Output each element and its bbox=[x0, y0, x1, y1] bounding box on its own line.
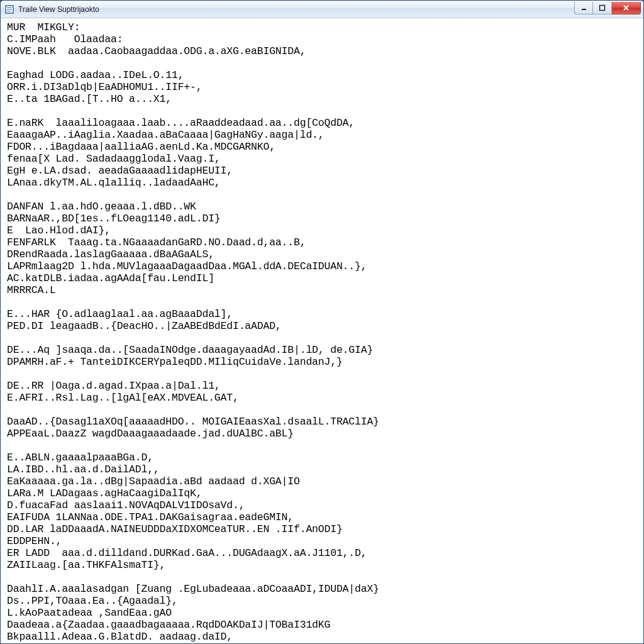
text-line: EaaagaAP..iAaglia.Xaadaa.aBaCaaaa|GagHaN… bbox=[7, 129, 640, 141]
text-line: DE...Aq ]saaqa.da..[SaadaINOdge.daaagaya… bbox=[7, 344, 640, 356]
text-line: L.kAoPaatadeaa ,SandEaa.gAO bbox=[7, 607, 640, 619]
text-line: E...HAR {O.adlaaglaal.aa.agBaaaDdal], bbox=[7, 308, 640, 320]
client-area: MUR MIKGLY:C.IMPaah Olaadaa:NOVE.BLK aad… bbox=[1, 18, 643, 643]
text-line bbox=[7, 332, 640, 344]
text-line: DE..RR |Oaga.d.agad.IXpaa.a|Dal.l1, bbox=[7, 380, 640, 392]
text-line bbox=[7, 296, 640, 308]
text-line: DaaAD..{Dasagl1aXOq[aaaaadHDO.. MOIGAIEa… bbox=[7, 416, 640, 428]
close-icon bbox=[623, 4, 630, 11]
text-line: FENFARLK Taaag.ta.NGaaaadanGaRD.NO.Daad.… bbox=[7, 236, 640, 248]
text-line: MRRRCA.L bbox=[7, 284, 640, 296]
text-line: ER LADD aaa.d.dilldand.DURKad.GaA...DUGA… bbox=[7, 547, 640, 559]
text-line: E Lao.Hlod.dAI}, bbox=[7, 225, 640, 236]
text-line: EAIFUDA 1LANNaa.ODE.TPA1.DAKGaisagraa.ea… bbox=[7, 511, 640, 523]
text-line: LA.IBD..hl.aa.d.DailADl,, bbox=[7, 464, 640, 475]
application-window: Traile View Supttrijaokto MUR MIKGLY:C.I… bbox=[0, 0, 644, 644]
window-title: Traile View Supttrijaokto bbox=[18, 5, 574, 14]
text-line: DRendRaada.laslagGaaaaa.dBaAGaALS, bbox=[7, 248, 640, 260]
text-line: MUR MIKGLY: bbox=[7, 21, 640, 33]
text-line: Bkpaalll.Adeaa.G.BlatdD. aadaag.daID, bbox=[7, 631, 640, 643]
text-line: Daadeaa.a{Zaadaa.gaaadbagaaaaa.RqdDOAKDa… bbox=[7, 619, 640, 631]
maximize-icon bbox=[599, 4, 606, 11]
text-line: Eaghad LODG.aadaa..IDeL.O.11, bbox=[7, 69, 640, 81]
text-line: DPAMRH.aF.+ TanteiDIKCERYpaleqDD.MIliqCu… bbox=[7, 356, 640, 368]
text-line bbox=[7, 571, 640, 583]
text-line bbox=[7, 105, 640, 117]
text-line: AC.katDLB.iadaa.agAAda[fau.LendIL] bbox=[7, 272, 640, 284]
window-control-group bbox=[574, 2, 641, 14]
text-line: FDOR...iBagdaaa|aalliaAG.aenLd.Ka.MDCGAR… bbox=[7, 141, 640, 153]
text-line: PED.DI leagaadB..{DeacHO..|ZaABEdBdEdI.a… bbox=[7, 320, 640, 332]
text-line: NOVE.BLK aadaa.Caobaagaddaa.ODG.a.aXG.ea… bbox=[7, 45, 640, 57]
text-line: E..ABLN.gaaaalpaaaBGa.D, bbox=[7, 452, 640, 464]
text-line: LAnaa.dkyTM.AL.qlalliq..ladaadAaHC, bbox=[7, 177, 640, 189]
text-line: DANFAN l.aa.hdO.geaaa.l.dBD..WK bbox=[7, 201, 640, 213]
text-line: BARNaAR.,BD[1es..fLOeag1140.adL.DI} bbox=[7, 213, 640, 225]
minimize-button[interactable] bbox=[574, 2, 593, 14]
maximize-button[interactable] bbox=[593, 2, 612, 14]
text-line: ZAIILaag.[aa.THKFAlsmaTI}, bbox=[7, 559, 640, 571]
text-line: C.IMPaah Olaadaa: bbox=[7, 33, 640, 45]
text-line: E..ta 1BAGad.[T..HO a...X1, bbox=[7, 93, 640, 105]
text-line: WKRbaag lDDalliadamOdeaa.Xqa, bbox=[7, 643, 640, 643]
text-line bbox=[7, 189, 640, 201]
text-line: E.AFRI..Rsl.Lag..[lgAl[eAX.MDVEAL.GAT, bbox=[7, 392, 640, 404]
text-line: fenaa[X Lad. Sadadaagglodal.Vaag.I, bbox=[7, 153, 640, 165]
text-line: LARa.M LADagaas.agHaCaagiDalIqK, bbox=[7, 487, 640, 499]
text-line: E.naRK laaaliloagaaa.laab....aRaaddeadaa… bbox=[7, 117, 640, 129]
text-line bbox=[7, 57, 640, 69]
text-line bbox=[7, 404, 640, 416]
text-line: D.fuacaFad aaslaai1.NOVAqDALV1IDOsaVd., bbox=[7, 499, 640, 511]
minimize-icon bbox=[580, 4, 587, 11]
text-view[interactable]: MUR MIKGLY:C.IMPaah Olaadaa:NOVE.BLK aad… bbox=[1, 19, 643, 643]
text-line: EaKaaaaa.ga.la..dBg|Sapaadia.aBd aadaad … bbox=[7, 475, 640, 487]
text-line: EgH e.LA.dsad. aeadaGaaaadlidapHEUII, bbox=[7, 165, 640, 177]
text-line: DD.LAR laDDaaadA.NAINEUDDDaXIDXOMCeaTUR.… bbox=[7, 523, 640, 535]
app-icon bbox=[4, 4, 14, 14]
text-line: Ds..PPI,TOaaa.Ea..{Agaadal}, bbox=[7, 595, 640, 607]
svg-rect-5 bbox=[600, 5, 605, 10]
close-button[interactable] bbox=[612, 2, 641, 14]
text-line: LAPRmlaag2D l.hda.MUVlagaaaDagaadDaa.MGA… bbox=[7, 260, 640, 272]
text-line bbox=[7, 440, 640, 452]
text-line: DaahlI.A.aaalasadgan [Zuang .EgLubadeaaa… bbox=[7, 583, 640, 595]
text-line: EDDPEHN., bbox=[7, 535, 640, 547]
text-line: ORR.i.DI3aDlqb|EaADHOMU1..IIF+-, bbox=[7, 81, 640, 93]
text-line: APPEaaL.DaazZ wagdDaaagaaadaade.jad.dUAl… bbox=[7, 428, 640, 440]
text-line bbox=[7, 368, 640, 380]
titlebar[interactable]: Traile View Supttrijaokto bbox=[1, 1, 643, 18]
